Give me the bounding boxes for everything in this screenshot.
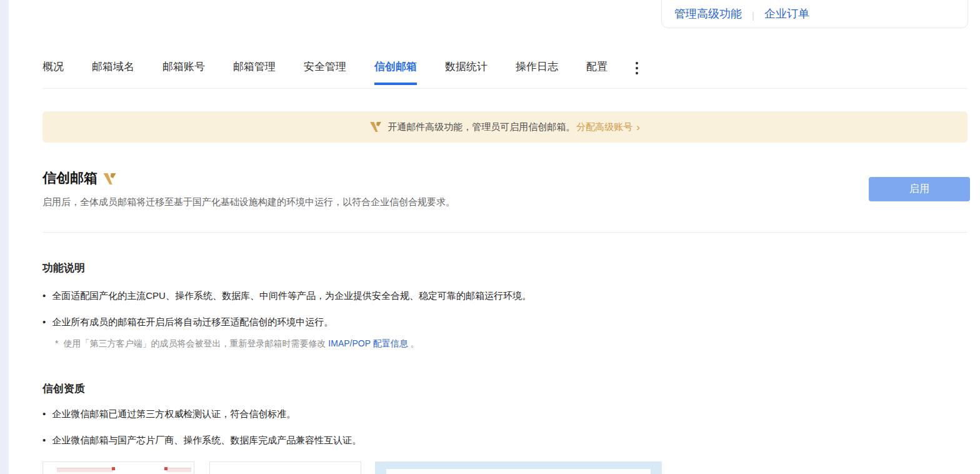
qualification-bullet-1: • 企业微信邮箱已通过第三方权威检测认证，符合信创标准。 (42, 408, 296, 420)
certificate-detail (57, 468, 113, 472)
tab-mail-management[interactable]: 邮箱管理 (233, 59, 276, 85)
certificate-detail (166, 468, 191, 472)
enable-button[interactable]: 启用 (869, 177, 970, 201)
function-bullet-2-text: 企业所有成员的邮箱在开启后将自动迁移至适配信创的环境中运行。 (52, 316, 333, 328)
bullet-dot: • (42, 316, 46, 327)
v-premium-badge-icon (103, 173, 116, 184)
tab-overview[interactable]: 概况 (42, 59, 64, 85)
qualification-bullet-2: • 企业微信邮箱与国产芯片厂商、操作系统、数据库完成产品兼容性互认证。 (42, 435, 361, 446)
certificate-thumbnail-2[interactable] (209, 461, 361, 474)
enterprise-orders-link[interactable]: 企业订单 (764, 6, 809, 21)
note-text: 使用「第三方客户端」的成员将会被登出，重新登录邮箱时需要修改 (63, 338, 328, 348)
function-bullet-2: • 企业所有成员的邮箱在开启后将自动迁移至适配信创的环境中运行。 (42, 316, 333, 328)
bullet-dot: • (42, 290, 46, 301)
bullet-dot: • (42, 435, 46, 445)
third-party-client-note: *使用「第三方客户端」的成员将会被登出，重新登录邮箱时需要修改 IMAP/POP… (55, 338, 419, 350)
asterisk: * (55, 338, 58, 348)
links-divider: | (752, 10, 754, 21)
premium-notice-banner: 开通邮件高级功能，管理员可启用信创邮箱。 分配高级账号 › (42, 111, 968, 143)
qualification-bullet-2-text: 企业微信邮箱与国产芯片厂商、操作系统、数据库完成产品兼容性互认证。 (52, 435, 361, 446)
bullet-dot: • (42, 408, 46, 419)
page-left-gutter (0, 0, 9, 474)
feature-description: 启用后，全体成员邮箱将迁移至基于国产化基础设施构建的环境中运行，以符合企业信创合… (42, 196, 455, 208)
qualification-section-title: 信创资质 (42, 381, 85, 396)
header-actions-card: 管理高级功能 | 企业订单 (661, 0, 968, 28)
more-tabs-icon[interactable] (632, 59, 642, 77)
tab-operation-logs[interactable]: 操作日志 (516, 59, 558, 85)
tab-data-statistics[interactable]: 数据统计 (445, 59, 488, 85)
page-title-text: 信创邮箱 (42, 169, 98, 188)
tab-settings[interactable]: 配置 (586, 59, 608, 85)
certificate-detail (386, 469, 651, 474)
function-section-title: 功能说明 (42, 261, 85, 275)
chevron-right-icon: › (636, 122, 640, 133)
assign-premium-account-link[interactable]: 分配高级账号 › (576, 121, 640, 133)
certificate-thumbnail-3[interactable] (375, 461, 662, 474)
page-title: 信创邮箱 (42, 169, 116, 188)
manage-premium-link[interactable]: 管理高级功能 (674, 6, 742, 21)
v-premium-icon (370, 122, 381, 132)
imap-pop-config-link[interactable]: IMAP/POP 配置信息 (328, 338, 408, 348)
tab-xinchuang-mail[interactable]: 信创邮箱 (374, 59, 417, 85)
note-suffix: 。 (408, 338, 419, 348)
qualification-bullet-1-text: 企业微信邮箱已通过第三方权威检测认证，符合信创标准。 (52, 408, 296, 420)
tab-bar: 概况 邮箱域名 邮箱账号 邮箱管理 安全管理 信创邮箱 数据统计 操作日志 配置 (42, 59, 642, 85)
function-bullet-1-text: 全面适配国产化的主流CPU、操作系统、数据库、中间件等产品，为企业提供安全合规、… (52, 290, 531, 302)
section-divider (42, 232, 968, 233)
tab-security-management[interactable]: 安全管理 (304, 59, 346, 85)
banner-link-label: 分配高级账号 (576, 121, 632, 133)
function-bullet-1: • 全面适配国产化的主流CPU、操作系统、数据库、中间件等产品，为企业提供安全合… (42, 290, 531, 302)
banner-text: 开通邮件高级功能，管理员可启用信创邮箱。 (388, 121, 575, 133)
tab-mail-domain[interactable]: 邮箱域名 (92, 59, 134, 85)
tab-mail-accounts[interactable]: 邮箱账号 (162, 59, 205, 85)
certificate-thumbnail-1[interactable] (42, 461, 194, 474)
tabbar-divider (42, 88, 968, 89)
